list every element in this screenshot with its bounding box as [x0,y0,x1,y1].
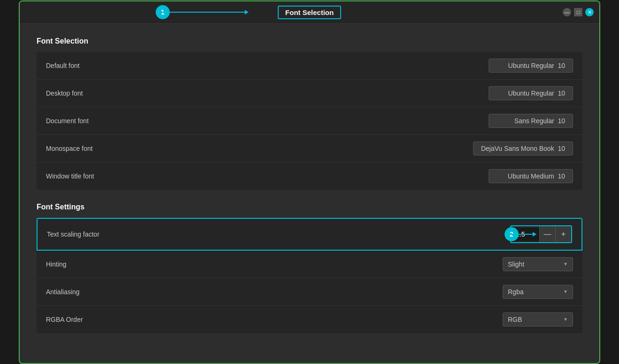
font-settings-title: Font Settings [37,203,582,211]
arrow-head-1 [245,10,249,15]
content-area: Font Selection Default font Ubuntu Regul… [20,24,599,363]
annotation-arrow-1 [156,10,249,15]
scaling-plus-button[interactable]: + [555,226,571,242]
window-title-font-label: Window title font [46,172,94,180]
antialiasing-row: Antialiasing Rgba ▼ [37,278,582,306]
hinting-dropdown[interactable]: Slight ▼ [503,257,573,271]
arrow-line-2 [505,234,533,235]
maximize-button[interactable]: □ [574,8,582,16]
scaling-minus-button[interactable]: — [539,226,555,242]
document-font-row: Document font Sans Regular 10 [37,107,582,135]
document-font-label: Document font [46,117,89,125]
minimize-button[interactable]: — [563,8,571,16]
font-selection-title: Font Selection [37,37,582,45]
hinting-dropdown-arrow: ▼ [563,261,568,267]
monospace-font-row: Monospace font DejaVu Sans Mono Book 10 [37,135,582,163]
antialiasing-dropdown-arrow: ▼ [563,289,568,294]
scaling-factor-row: Text scaling factor 2 [37,218,582,251]
arrow-head-2 [533,232,536,237]
rgba-order-dropdown-arrow: ▼ [563,317,568,322]
rgba-order-row: RGBA Order RGB ▼ [37,306,582,333]
font-settings-table: Text scaling factor 2 [37,218,582,333]
titlebar: 1 Font Selection — □ ✕ [20,1,599,24]
scaling-right-section: 2 — + [505,225,572,243]
font-selection-table: Default font Ubuntu Regular 10 Desktop f… [37,52,582,190]
desktop-font-label: Desktop font [46,89,83,97]
rgba-order-dropdown[interactable]: RGB ▼ [503,312,573,327]
document-font-button[interactable]: Sans Regular 10 [489,114,573,128]
default-font-row: Default font Ubuntu Regular 10 [37,52,582,80]
default-font-button[interactable]: Ubuntu Regular 10 [489,59,573,73]
default-font-label: Default font [46,62,80,69]
window-controls: — □ ✕ [563,8,594,16]
close-button[interactable]: ✕ [585,8,594,16]
hinting-row: Hinting Slight ▼ [37,251,582,278]
antialiasing-label: Antialiasing [46,288,80,296]
window-title: Font Selection [278,6,341,19]
monospace-font-button[interactable]: DejaVu Sans Mono Book 10 [473,141,573,156]
monospace-font-label: Monospace font [46,145,93,152]
scaling-factor-label: Text scaling factor [47,230,99,238]
window-title-font-button[interactable]: Ubuntu Medium 10 [489,169,573,183]
window-title-font-row: Window title font Ubuntu Medium 10 [37,163,582,190]
rgba-order-label: RGBA Order [46,316,83,323]
annotation-arrow-2 [505,232,536,237]
desktop-font-button[interactable]: Ubuntu Regular 10 [489,86,573,100]
desktop-font-row: Desktop font Ubuntu Regular 10 [37,80,582,107]
arrow-line-1 [156,12,245,13]
app-window: 1 Font Selection — □ ✕ Font Sele [19,0,600,364]
hinting-label: Hinting [46,260,67,268]
antialiasing-dropdown[interactable]: Rgba ▼ [503,285,573,299]
